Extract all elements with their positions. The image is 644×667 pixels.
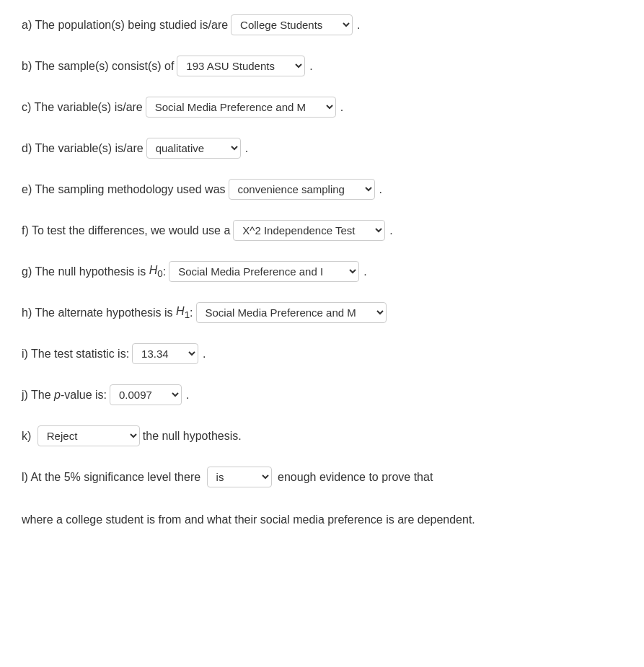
question-b-label: b) The sample(s) consist(s) of [22,57,174,76]
question-l-continuation: where a college student is from and what… [22,511,622,529]
question-c-select[interactable]: Social Media Preference and M Social Med… [146,97,336,118]
question-d-select[interactable]: qualitative quantitative both [146,138,241,159]
question-f-select[interactable]: X^2 Independence Test t-test ANOVA Z-tes… [233,220,385,241]
question-g-h0: H0 [149,261,163,282]
question-k-label-pre: k) [22,427,31,446]
question-g-select[interactable]: Social Media Preference and I Social Med… [169,261,359,282]
question-k: k) Reject Fail to Reject the null hypoth… [22,425,622,446]
question-e-select[interactable]: convenience sampling random sampling str… [229,179,375,200]
question-g-label-pre: g) The null hypothesis is [22,262,146,281]
question-l-label-pre: l) At the 5% significance level there [22,468,200,487]
question-g-colon: : [163,262,166,281]
question-l-label-post: enough evidence to prove that [278,468,433,487]
question-j-select[interactable]: 0.0097 0.05 0.01 0.001 [110,384,182,405]
question-i: i) The test statistic is: 13.34 12.00 10… [22,343,622,364]
question-l-continuation-text: where a college student is from and what… [22,511,475,529]
question-l-select[interactable]: is is not [207,467,272,487]
question-j-period: . [186,386,189,405]
question-h-h1: H1 [176,302,190,323]
question-f-period: . [389,221,392,240]
question-g-period: . [363,262,366,281]
question-e-period: . [379,180,382,199]
question-b-period: . [309,57,312,76]
question-b: b) The sample(s) consist(s) of 193 ASU S… [22,56,622,76]
question-h-select[interactable]: Social Media Preference and M Social Med… [196,302,387,323]
question-a-period: . [357,16,360,35]
question-a-select[interactable]: College Students ASU Students All Studen… [231,14,353,35]
question-c-period: . [340,98,343,117]
question-d: d) The variable(s) is/are qualitative qu… [22,138,622,159]
question-i-select[interactable]: 13.34 12.00 10.50 15.67 [132,343,198,364]
question-h-label-pre: h) The alternate hypothesis is [22,304,173,322]
question-a-label: a) The population(s) being studied is/ar… [22,16,228,35]
question-g: g) The null hypothesis is H0: Social Med… [22,261,622,282]
question-j: j) The p-value is: 0.0097 0.05 0.01 0.00… [22,384,622,405]
question-a: a) The population(s) being studied is/ar… [22,14,622,35]
question-e: e) The sampling methodology used was con… [22,179,622,200]
question-e-label: e) The sampling methodology used was [22,180,226,199]
question-h: h) The alternate hypothesis is H1: Socia… [22,302,622,323]
question-l: l) At the 5% significance level there is… [22,467,622,490]
question-i-period: . [203,345,206,363]
question-d-period: . [245,139,248,158]
question-c-label: c) The variable(s) is/are [22,98,143,117]
question-k-select[interactable]: Reject Fail to Reject [38,425,140,446]
question-f: f) To test the differences, we would use… [22,220,622,241]
question-b-select[interactable]: 193 ASU Students College Students All St… [177,56,305,76]
question-j-label: j) The p-value is: [22,386,107,405]
question-k-label-post: the null hypothesis. [143,427,242,446]
question-d-label: d) The variable(s) is/are [22,139,144,158]
question-c: c) The variable(s) is/are Social Media P… [22,97,622,118]
question-i-label: i) The test statistic is: [22,345,129,363]
question-h-colon: : [190,304,193,322]
question-f-label: f) To test the differences, we would use… [22,221,230,240]
